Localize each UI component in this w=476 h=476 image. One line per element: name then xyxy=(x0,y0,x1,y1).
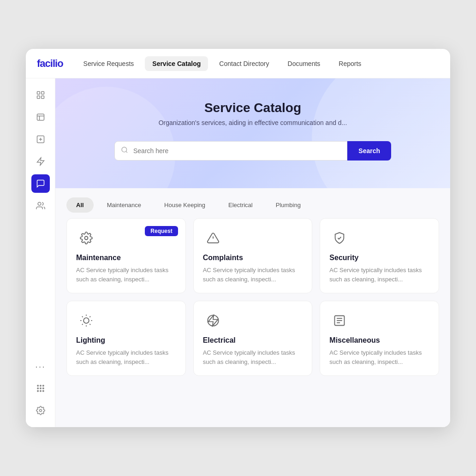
card-title-lighting: Lighting xyxy=(76,336,176,345)
top-nav: facilio Service Requests Service Catalog… xyxy=(26,49,450,78)
more-icon[interactable]: ··· xyxy=(31,357,49,375)
card-maintenance[interactable]: Request Maintenance AC Service typically… xyxy=(66,218,186,293)
svg-point-16 xyxy=(40,388,41,389)
settings-icon[interactable] xyxy=(31,401,50,420)
lightning-icon[interactable] xyxy=(31,152,50,171)
nav-service-catalog[interactable]: Service Catalog xyxy=(145,56,208,71)
svg-rect-1 xyxy=(41,92,44,95)
filter-tab-maintenance[interactable]: Maintenance xyxy=(97,197,151,213)
miscellaneous-icon xyxy=(329,310,350,331)
svg-point-11 xyxy=(38,202,41,206)
search-icon xyxy=(121,146,128,155)
svg-point-21 xyxy=(39,410,42,412)
svg-point-12 xyxy=(37,385,38,387)
svg-rect-4 xyxy=(37,114,44,120)
card-desc-security: AC Service typically includes tasks such… xyxy=(329,266,429,284)
main-layout: ··· Service Catalog xyxy=(26,78,450,427)
app-window: facilio Service Requests Service Catalog… xyxy=(26,49,450,427)
search-input[interactable] xyxy=(114,141,347,161)
card-title-miscellaneous: Miscellaneous xyxy=(329,336,429,345)
card-desc-maintenance: AC Service typically includes tasks such… xyxy=(76,266,176,284)
card-complaints[interactable]: Complaints AC Service typically includes… xyxy=(193,218,313,293)
person-icon[interactable] xyxy=(31,130,50,149)
svg-line-35 xyxy=(89,316,90,317)
security-icon xyxy=(329,228,350,248)
svg-line-34 xyxy=(82,324,83,325)
logo: facilio xyxy=(37,58,63,70)
svg-rect-2 xyxy=(37,96,40,99)
svg-point-13 xyxy=(40,385,41,387)
maintenance-icon xyxy=(76,228,96,248)
nav-contact-directory[interactable]: Contact Directory xyxy=(212,56,276,71)
svg-line-30 xyxy=(82,316,83,317)
card-title-electrical: Electrical xyxy=(203,336,303,345)
svg-point-19 xyxy=(40,391,41,392)
nav-documents[interactable]: Documents xyxy=(280,56,328,71)
svg-rect-0 xyxy=(37,92,40,95)
nav-reports[interactable]: Reports xyxy=(331,56,369,71)
chat-icon[interactable] xyxy=(31,174,50,193)
main-content: Service Catalog Organization's services,… xyxy=(55,78,450,427)
svg-line-31 xyxy=(89,324,90,325)
lighting-icon xyxy=(76,310,96,331)
card-desc-lighting: AC Service typically includes tasks such… xyxy=(76,348,176,366)
electrical-icon xyxy=(203,310,223,331)
filter-tab-plumbing[interactable]: Plumbing xyxy=(266,197,310,213)
apps-icon[interactable] xyxy=(31,379,50,398)
card-lighting[interactable]: Lighting AC Service typically includes t… xyxy=(66,301,186,376)
hero-title: Service Catalog xyxy=(74,101,432,115)
sidebar: ··· xyxy=(26,78,55,427)
svg-line-23 xyxy=(126,151,127,153)
card-desc-electrical: AC Service typically includes tasks such… xyxy=(203,348,303,366)
svg-point-20 xyxy=(42,391,44,392)
card-desc-miscellaneous: AC Service typically includes tasks such… xyxy=(329,348,429,366)
filter-tab-all[interactable]: All xyxy=(66,197,94,213)
request-badge[interactable]: Request xyxy=(145,226,178,236)
hero-subtitle: Organization's services, aiding in effec… xyxy=(74,119,432,126)
complaints-icon xyxy=(203,228,223,248)
svg-point-14 xyxy=(42,385,44,387)
svg-marker-10 xyxy=(37,158,44,166)
search-button[interactable]: Search xyxy=(347,141,391,161)
users-icon[interactable] xyxy=(31,196,50,215)
hero-banner: Service Catalog Organization's services,… xyxy=(55,78,450,188)
card-title-maintenance: Maintenance xyxy=(76,254,176,262)
grid-icon[interactable] xyxy=(31,86,50,104)
svg-point-18 xyxy=(37,391,38,392)
card-security[interactable]: Security AC Service typically includes t… xyxy=(320,218,439,293)
nav-service-requests[interactable]: Service Requests xyxy=(76,56,142,71)
card-desc-complaints: AC Service typically includes tasks such… xyxy=(203,266,303,284)
svg-point-27 xyxy=(83,318,89,323)
cards-grid: Request Maintenance AC Service typically… xyxy=(55,218,450,387)
svg-rect-3 xyxy=(41,96,44,99)
svg-point-24 xyxy=(85,237,88,240)
badge-icon[interactable] xyxy=(31,108,50,126)
card-title-security: Security xyxy=(329,254,429,262)
svg-point-17 xyxy=(42,388,44,389)
filter-tabs: All Maintenance House Keeping Electrical… xyxy=(55,188,450,218)
filter-tab-electrical[interactable]: Electrical xyxy=(219,197,262,213)
card-electrical[interactable]: Electrical AC Service typically includes… xyxy=(193,301,313,376)
card-title-complaints: Complaints xyxy=(203,254,303,262)
svg-point-22 xyxy=(122,147,127,152)
search-input-wrap xyxy=(114,141,347,161)
svg-point-15 xyxy=(37,388,38,389)
filter-tab-housekeeping[interactable]: House Keeping xyxy=(155,197,215,213)
card-miscellaneous[interactable]: Miscellaneous AC Service typically inclu… xyxy=(320,301,439,376)
search-bar: Search xyxy=(114,141,391,161)
